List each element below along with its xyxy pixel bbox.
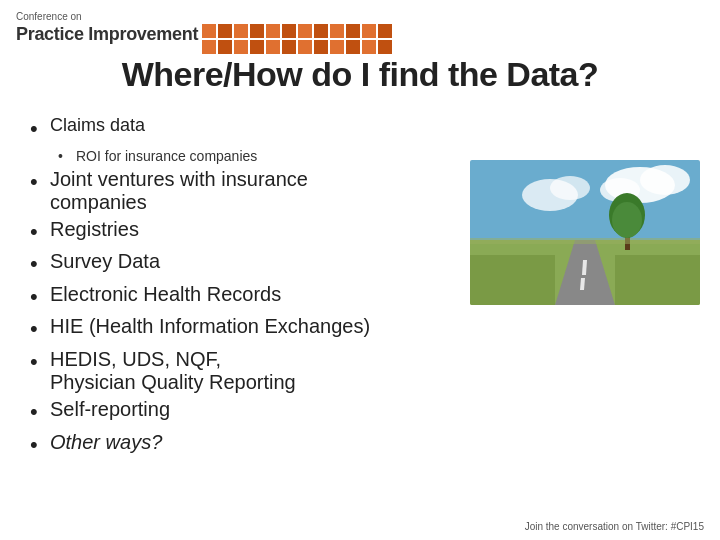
bullet-dot: • xyxy=(30,431,50,460)
bullet-text: HIE (Health Information Exchanges) xyxy=(50,315,370,338)
bullet-text: Joint ventures with insurance companies xyxy=(50,168,400,214)
list-item: • Survey Data xyxy=(30,250,700,279)
bullet-list: • Claims data • ROI for insurance compan… xyxy=(30,115,700,459)
conference-on-label: Conference on xyxy=(16,10,198,23)
list-item: • HEDIS, UDS, NQF,Physician Quality Repo… xyxy=(30,348,430,394)
bullet-dot: • xyxy=(30,283,50,312)
sub-dot: • xyxy=(58,148,76,164)
orange-squares-decoration xyxy=(202,24,402,54)
practice-improvement-label: Practice Improvement xyxy=(16,23,198,46)
bullet-dot: • xyxy=(30,115,50,144)
list-item: • Claims data xyxy=(30,115,700,144)
sub-bullet-list: • ROI for insurance companies xyxy=(58,148,700,164)
bullet-dot: • xyxy=(30,348,50,377)
bullet-text: HEDIS, UDS, NQF,Physician Quality Report… xyxy=(50,348,296,394)
list-item: • Registries xyxy=(30,218,700,247)
bullet-text: Survey Data xyxy=(50,250,160,273)
bullet-text: Registries xyxy=(50,218,139,241)
list-item-sub-container: • ROI for insurance companies xyxy=(30,148,700,164)
header-logo: Conference on Practice Improvement xyxy=(16,10,402,54)
bullet-dot: • xyxy=(30,398,50,427)
sub-list-item: • ROI for insurance companies xyxy=(58,148,700,164)
bullet-dot: • xyxy=(30,218,50,247)
bullet-dot: • xyxy=(30,250,50,279)
bullet-text: Claims data xyxy=(50,115,145,136)
bullet-text: Electronic Health Records xyxy=(50,283,281,306)
slide-title: Where/How do I find the Data? xyxy=(0,55,720,94)
slide-content: • Claims data • ROI for insurance compan… xyxy=(30,115,700,500)
list-item: • Electronic Health Records xyxy=(30,283,700,312)
logo-text: Conference on Practice Improvement xyxy=(16,10,198,46)
bullet-dot: • xyxy=(30,168,50,197)
list-item: • Other ways? xyxy=(30,431,700,460)
list-item: • Joint ventures with insurance companie… xyxy=(30,168,400,214)
footer-text: Join the conversation on Twitter: #CPI15 xyxy=(525,521,704,532)
bullet-dot: • xyxy=(30,315,50,344)
sub-bullet-text: ROI for insurance companies xyxy=(76,148,257,164)
list-item: • HIE (Health Information Exchanges) xyxy=(30,315,700,344)
list-item: • Self-reporting xyxy=(30,398,700,427)
bullet-text: Self-reporting xyxy=(50,398,170,421)
bullet-text-italic: Other ways? xyxy=(50,431,162,454)
